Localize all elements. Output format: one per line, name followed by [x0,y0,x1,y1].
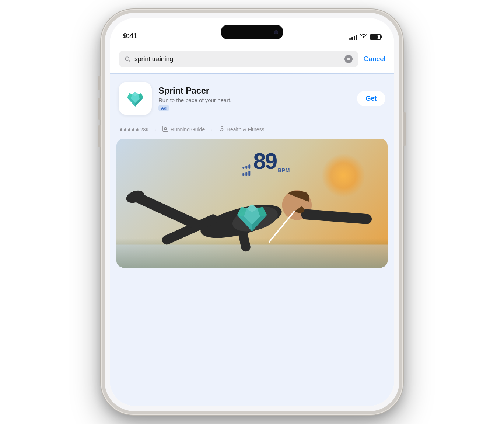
svg-line-1 [129,60,130,62]
silent-switch [98,125,101,147]
ad-card: Sprint Pacer Run to the pace of your hea… [110,74,394,122]
svg-rect-14 [116,244,388,268]
battery-fill [371,35,378,39]
camera-dot [274,30,278,34]
signal-bar-3 [354,36,355,40]
phone-frame: 9:41 [101,9,403,415]
status-time: 9:41 [123,32,137,40]
signal-bar-4 [356,35,357,40]
running-figure-icon [218,125,225,133]
app-screenshot[interactable]: 89 BPM [116,139,388,268]
search-bar[interactable]: sprint training [119,51,358,67]
bpm-dots-icon [242,164,250,176]
search-area: sprint training Cancel [110,46,394,72]
dynamic-island [221,25,283,39]
rating-group: ★★★★★ 28K [119,126,149,133]
svg-line-17 [306,214,367,219]
app-icon[interactable] [119,82,152,115]
health-fitness-tag: Health & Fitness [218,125,265,133]
stars-icon: ★★★★★ [119,126,139,133]
app-info: Sprint Pacer Run to the pace of your hea… [158,86,350,111]
large-heart-overlay [230,196,274,238]
scene: 9:41 [0,0,504,424]
running-guide-label: Running Guide [171,126,205,132]
svg-point-0 [125,57,129,60]
signal-icon [349,34,357,40]
meta-divider-2: · [211,127,212,132]
running-guide-icon [162,125,169,133]
battery-icon [370,34,381,40]
svg-line-19 [139,198,195,223]
search-divider [110,73,394,74]
app-tagline: Run to the pace of your heart. [158,97,350,103]
status-icons [349,34,381,40]
health-fitness-label: Health & Fitness [227,126,265,132]
svg-point-12 [164,127,166,129]
search-icon [125,56,131,62]
screen: 9:41 [110,18,394,406]
bpm-number: 89 [253,150,276,173]
content-area: Sprint Pacer Run to the pace of your hea… [110,74,394,406]
ad-badge: Ad [158,105,169,111]
search-input[interactable]: sprint training [134,55,341,63]
app-heart-icon [124,87,146,110]
power-button [403,112,406,146]
signal-bar-2 [351,37,353,40]
volume-up-button [98,76,101,90]
cancel-button[interactable]: Cancel [364,55,385,63]
phone-inner: 9:41 [105,13,399,411]
bpm-label: BPM [278,167,290,176]
wifi-icon [360,34,367,40]
screenshot-bg: 89 BPM [116,139,388,268]
bpm-overlay: 89 BPM [242,150,290,176]
review-count: 28K [140,127,149,132]
app-name: Sprint Pacer [158,86,350,95]
search-clear-button[interactable] [344,55,353,63]
volume-down-button [98,98,101,120]
signal-bar-1 [349,38,351,40]
app-row: Sprint Pacer Run to the pace of your hea… [119,82,385,115]
meta-row: ★★★★★ 28K · R [110,122,394,139]
svg-point-13 [221,126,223,127]
get-button[interactable]: Get [357,91,385,106]
meta-divider-1: · [155,127,156,132]
running-guide-tag: Running Guide [162,125,205,133]
